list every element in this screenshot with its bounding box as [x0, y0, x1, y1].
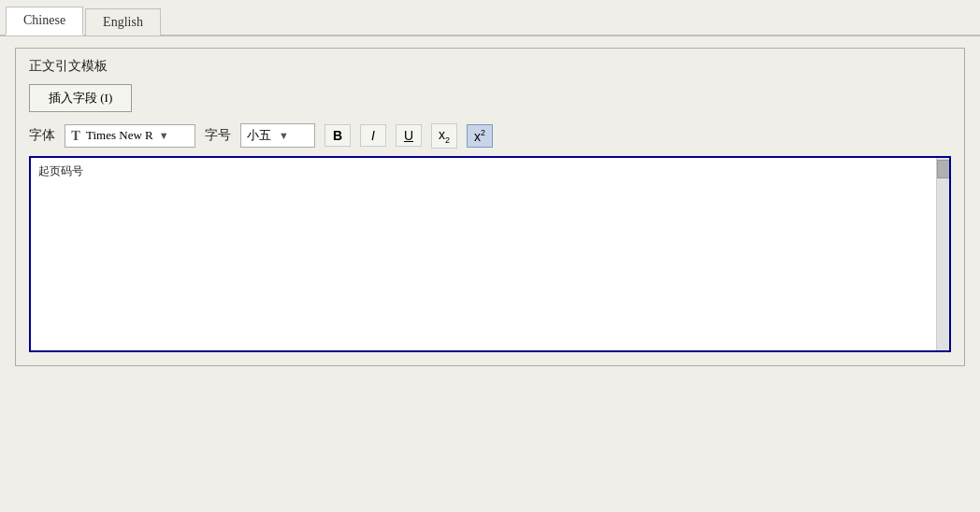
- scrollbar-thumb[interactable]: [937, 160, 950, 178]
- font-family-value: Times New R: [86, 128, 153, 143]
- font-size-value: 小五: [247, 127, 271, 144]
- font-size-select[interactable]: 小五 ▼: [240, 123, 315, 148]
- tab-english[interactable]: English: [85, 8, 161, 36]
- insert-field-button[interactable]: 插入字段 (I): [29, 84, 132, 112]
- main-content: 正文引文模板 插入字段 (I) 字体 𝐓 Times New R ▼ 字号 小五…: [0, 36, 980, 387]
- tab-chinese[interactable]: Chinese: [6, 7, 83, 36]
- font-size-dropdown-arrow: ▼: [279, 130, 289, 141]
- tab-bar: Chinese English: [0, 0, 980, 36]
- bold-button[interactable]: B: [324, 124, 351, 147]
- editor-content[interactable]: 起页码号: [31, 158, 949, 185]
- section-title: 正文引文模板: [29, 58, 951, 75]
- underline-button[interactable]: U: [396, 124, 422, 147]
- font-label: 字体: [29, 127, 55, 144]
- subscript-button[interactable]: x2: [431, 123, 457, 149]
- editor-area-wrapper: 起页码号: [29, 156, 951, 352]
- toolbar-row: 字体 𝐓 Times New R ▼ 字号 小五 ▼ B I U: [29, 123, 951, 149]
- font-type-icon: 𝐓: [71, 128, 80, 144]
- font-family-dropdown-arrow: ▼: [159, 130, 169, 141]
- size-label: 字号: [205, 127, 231, 144]
- scrollbar-track[interactable]: [936, 158, 949, 350]
- superscript-label: x2: [474, 129, 485, 144]
- font-family-select[interactable]: 𝐓 Times New R ▼: [65, 124, 195, 148]
- superscript-button[interactable]: x2: [467, 124, 493, 148]
- section-box: 正文引文模板 插入字段 (I) 字体 𝐓 Times New R ▼ 字号 小五…: [15, 48, 965, 366]
- subscript-label: x2: [439, 127, 450, 142]
- italic-button[interactable]: I: [360, 124, 386, 147]
